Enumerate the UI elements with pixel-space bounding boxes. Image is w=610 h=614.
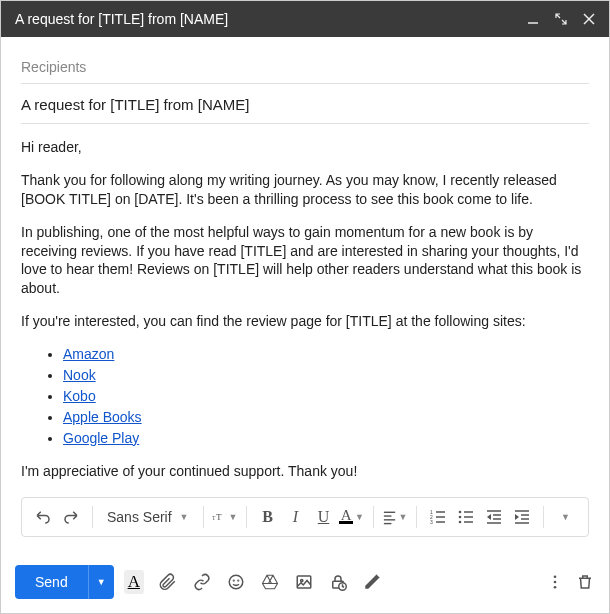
nook-link[interactable]: Nook	[63, 367, 96, 383]
svg-text:3: 3	[430, 519, 433, 525]
drive-icon[interactable]	[260, 572, 280, 592]
minimize-icon[interactable]	[527, 13, 539, 25]
trash-icon[interactable]	[575, 572, 595, 592]
titlebar: A request for [TITLE] from [NAME]	[1, 1, 609, 37]
apple-books-link[interactable]: Apple Books	[63, 409, 142, 425]
indent-more-button[interactable]	[509, 504, 535, 530]
italic-button[interactable]: I	[283, 504, 309, 530]
titlebar-controls	[527, 13, 595, 25]
window-title: A request for [TITLE] from [NAME]	[15, 11, 527, 27]
recipients-field[interactable]: Recipients	[21, 51, 589, 84]
subject-field[interactable]: A request for [TITLE] from [NAME]	[21, 84, 589, 124]
toolbar-divider	[246, 506, 247, 528]
emoji-icon[interactable]	[226, 572, 246, 592]
confidential-icon[interactable]	[328, 572, 348, 592]
attach-icon[interactable]	[158, 572, 178, 592]
svg-point-15	[458, 511, 461, 514]
link-icon[interactable]	[192, 572, 212, 592]
compose-window: A request for [TITLE] from [NAME] Recipi…	[0, 0, 610, 614]
svg-text:T: T	[216, 512, 222, 522]
svg-point-33	[238, 580, 239, 581]
align-button[interactable]: ▼	[382, 504, 408, 530]
numbered-list-button[interactable]: 123	[425, 504, 451, 530]
undo-button[interactable]	[30, 504, 56, 530]
svg-point-17	[458, 516, 461, 519]
bold-button[interactable]: B	[255, 504, 281, 530]
bottom-bar: Send ▼ A	[1, 555, 609, 613]
chevron-down-icon: ▼	[561, 512, 570, 522]
text-color-button[interactable]: A ▼	[339, 504, 365, 530]
google-play-link[interactable]: Google Play	[63, 430, 139, 446]
underline-button[interactable]: U	[311, 504, 337, 530]
more-formatting-button[interactable]: ▼	[552, 504, 578, 530]
insert-icons: A	[124, 570, 382, 594]
font-picker[interactable]: Sans Serif ▼	[101, 509, 195, 525]
svg-point-40	[554, 586, 557, 589]
svg-marker-30	[515, 514, 519, 520]
paragraph-1: Thank you for following along my writing…	[21, 171, 589, 209]
font-size-button[interactable]: TT ▼	[212, 504, 238, 530]
chevron-down-icon: ▼	[180, 512, 189, 522]
list-item: Nook	[63, 366, 589, 385]
send-options-button[interactable]: ▼	[88, 565, 114, 599]
body-editor[interactable]: Hi reader, Thank you for following along…	[21, 124, 589, 489]
indent-less-button[interactable]	[481, 504, 507, 530]
chevron-down-icon: ▼	[355, 512, 364, 522]
more-options-icon[interactable]	[545, 572, 565, 592]
paragraph-3: If you're interested, you can find the r…	[21, 312, 589, 331]
svg-point-32	[233, 580, 234, 581]
toolbar-divider	[203, 506, 204, 528]
svg-point-19	[458, 521, 461, 524]
list-item: Amazon	[63, 345, 589, 364]
amazon-link[interactable]: Amazon	[63, 346, 114, 362]
greeting-text: Hi reader,	[21, 138, 589, 157]
toolbar-divider	[543, 506, 544, 528]
kobo-link[interactable]: Kobo	[63, 388, 96, 404]
list-item: Kobo	[63, 387, 589, 406]
font-picker-label: Sans Serif	[107, 509, 172, 525]
image-icon[interactable]	[294, 572, 314, 592]
svg-marker-25	[487, 514, 491, 520]
toolbar-divider	[416, 506, 417, 528]
review-links-list: Amazon Nook Kobo Apple Books Google Play	[63, 345, 589, 447]
format-toolbar: Sans Serif ▼ TT ▼ B I U A ▼ ▼	[21, 497, 589, 537]
close-icon[interactable]	[583, 13, 595, 25]
format-toggle-icon[interactable]: A	[124, 570, 144, 594]
svg-text:T: T	[212, 515, 216, 521]
svg-point-31	[229, 575, 243, 589]
fullscreen-icon[interactable]	[555, 13, 567, 25]
svg-point-39	[554, 581, 557, 584]
compose-content: Recipients A request for [TITLE] from [N…	[1, 37, 609, 555]
svg-point-35	[301, 579, 303, 581]
chevron-down-icon: ▼	[229, 512, 238, 522]
toolbar-divider	[373, 506, 374, 528]
pen-icon[interactable]	[362, 572, 382, 592]
chevron-down-icon: ▼	[399, 512, 408, 522]
paragraph-2: In publishing, one of the most helpful w…	[21, 223, 589, 299]
toolbar-divider	[92, 506, 93, 528]
send-group: Send ▼	[15, 565, 114, 599]
paragraph-4: I'm appreciative of your continued suppo…	[21, 462, 589, 481]
list-item: Apple Books	[63, 408, 589, 427]
bullet-list-button[interactable]	[453, 504, 479, 530]
send-button[interactable]: Send	[15, 565, 88, 599]
svg-point-38	[554, 575, 557, 578]
list-item: Google Play	[63, 429, 589, 448]
redo-button[interactable]	[58, 504, 84, 530]
